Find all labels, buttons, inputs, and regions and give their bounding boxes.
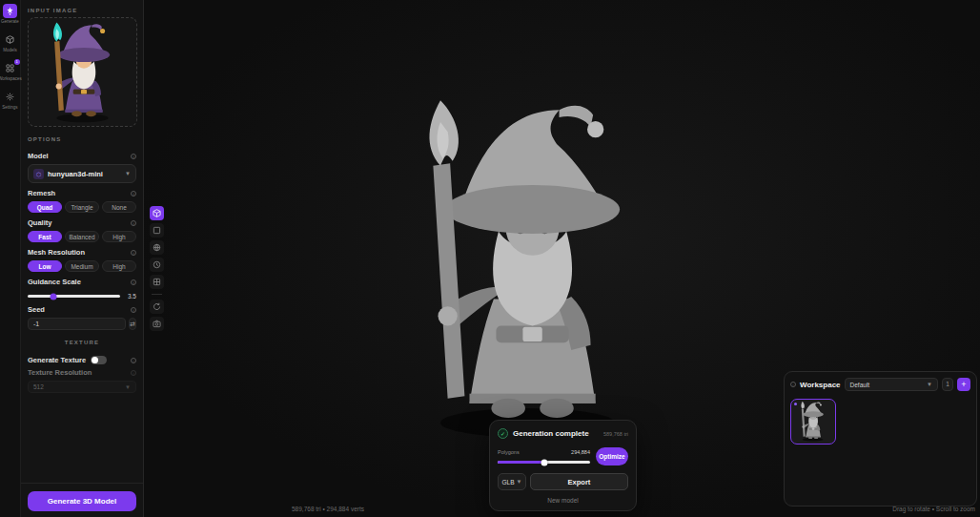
seed-label: Seed (28, 305, 45, 314)
toolbar-divider (152, 294, 162, 295)
polygons-slider-knob[interactable] (541, 459, 547, 465)
sidebar-item-settings[interactable]: Settings (1, 90, 20, 110)
info-icon[interactable]: i (131, 307, 136, 313)
info-icon[interactable]: i (131, 220, 136, 226)
cube-icon (3, 32, 17, 47)
polygons-slider[interactable] (498, 461, 590, 464)
info-icon[interactable]: i (790, 382, 796, 387)
info-icon[interactable]: i (131, 279, 136, 285)
chevron-down-icon: ▼ (125, 384, 131, 390)
model-label-row: Model i (28, 152, 136, 160)
polygon-label-row: Polygons 294,884 (498, 449, 590, 455)
mesh-resolution-option-high[interactable]: High (102, 260, 136, 272)
guidance-scale-label: Guidance Scale (28, 278, 81, 286)
info-icon[interactable]: i (131, 154, 136, 159)
workspace-title: Workspace (800, 381, 841, 389)
workspaces-badge: 1 (14, 59, 20, 65)
info-icon[interactable]: i (131, 358, 136, 363)
model-label: Model (28, 152, 49, 160)
generate-texture-row: Generate Texture i (28, 356, 136, 364)
seed-row: ⇄ (28, 318, 136, 330)
add-workspace-button[interactable]: + (957, 378, 970, 391)
workspace-header: i Workspace Default ▼ 1 + (790, 378, 970, 391)
sidebar-item-label: Generate (1, 19, 19, 24)
generate-texture-label: Generate Texture (28, 356, 86, 364)
export-button[interactable]: Export (530, 473, 628, 490)
model-thumbnail[interactable] (790, 399, 836, 445)
options-panel: INPUT IMAGE OPTIONS Model i ⬡ hunyuan3d-… (21, 0, 144, 517)
polygons-value: 294,884 (571, 449, 590, 455)
info-icon[interactable]: i (131, 250, 136, 256)
input-image-header: INPUT IMAGE (28, 8, 136, 13)
generate-3d-model-button[interactable]: Generate 3D Model (28, 491, 136, 511)
info-icon[interactable]: i (131, 191, 136, 196)
model-value: hunyuan3d-mini (48, 170, 103, 178)
mesh-resolution-label-row: Mesh Resolution i (28, 248, 136, 257)
sidebar-item-label: Workspaces (0, 76, 22, 81)
mesh-resolution-segment: Low Medium High (28, 260, 136, 272)
remesh-label-row: Remesh i (28, 189, 136, 197)
remesh-option-quad[interactable]: Quad (28, 201, 62, 213)
remesh-option-triangle[interactable]: Triangle (65, 201, 99, 213)
guidance-scale-slider[interactable] (28, 295, 120, 298)
optimize-button[interactable]: Optimize (596, 447, 628, 465)
format-value: GLB (502, 479, 515, 486)
polygon-slider-group: Polygons 294,884 (498, 449, 590, 464)
texture-resolution-label-row: Texture Resolution i (28, 368, 136, 377)
model-chip-icon: ⬡ (33, 169, 44, 179)
workspace-select[interactable]: Default ▼ (845, 378, 938, 391)
thumbnail-wizard-render (791, 400, 834, 443)
new-model-link[interactable]: New model (498, 497, 628, 504)
selected-dot-indicator (794, 403, 797, 405)
remesh-label: Remesh (28, 189, 55, 197)
screenshot-icon[interactable] (150, 317, 164, 331)
quality-option-fast[interactable]: Fast (28, 231, 62, 242)
quality-segment: Fast Balanced High (28, 231, 136, 242)
triangle-count: 589,768 tri (603, 431, 628, 437)
workspace-count-button[interactable]: 1 (942, 378, 953, 391)
generation-complete-panel: ✓ Generation complete 589,768 tri Polygo… (489, 420, 637, 511)
polygons-slider-fill (498, 461, 544, 464)
sidebar-item-generate[interactable]: Generate (1, 4, 20, 24)
remesh-option-none[interactable]: None (102, 201, 136, 213)
mesh-view-icon[interactable] (150, 206, 164, 220)
texture-resolution-value: 512 (33, 383, 44, 390)
check-circle-icon: ✓ (498, 428, 508, 439)
texture-resolution-select: 512 ▼ (28, 381, 136, 393)
sidebar-item-models[interactable]: Models (1, 32, 20, 52)
generate-texture-toggle[interactable] (91, 356, 107, 364)
polygons-label: Polygons (498, 449, 520, 455)
mesh-resolution-label: Mesh Resolution (28, 248, 85, 257)
randomize-seed-button[interactable]: ⇄ (129, 318, 136, 330)
generation-title: Generation complete (513, 429, 589, 438)
chevron-down-icon: ▼ (517, 479, 522, 485)
chevron-down-icon: ▼ (125, 171, 131, 176)
sidebar-item-workspaces[interactable]: 1 Workspaces (1, 61, 20, 81)
quality-option-balanced[interactable]: Balanced (65, 231, 99, 242)
model-select[interactable]: ⬡ hunyuan3d-mini ▼ (28, 164, 136, 183)
format-select[interactable]: GLB ▼ (498, 473, 526, 490)
flat-view-icon[interactable] (150, 223, 164, 238)
input-image-preview[interactable] (28, 17, 137, 127)
app-sidebar: Generate Models 1 Workspaces Settings (0, 0, 21, 517)
texture-grid-icon[interactable] (150, 275, 164, 289)
quality-label: Quality (28, 218, 51, 227)
quality-option-high[interactable]: High (102, 231, 136, 242)
panel-footer: Generate 3D Model (21, 483, 143, 517)
viewport-toolbar (150, 206, 164, 331)
mesh-resolution-option-low[interactable]: Low (28, 260, 62, 272)
generation-header: ✓ Generation complete 589,768 tri (498, 428, 628, 439)
reset-view-icon[interactable] (150, 300, 164, 314)
texture-resolution-group: Texture Resolution i 512 ▼ (28, 366, 136, 393)
turntable-icon[interactable] (150, 258, 164, 272)
gear-icon (3, 90, 17, 104)
texture-resolution-label: Texture Resolution (28, 368, 92, 377)
quality-label-row: Quality i (28, 218, 136, 227)
sparkle-gear-icon (3, 4, 17, 18)
guidance-scale-knob[interactable] (51, 293, 57, 300)
mesh-resolution-option-medium[interactable]: Medium (65, 260, 99, 272)
seed-input[interactable] (28, 318, 126, 330)
workspace-panel: i Workspace Default ▼ 1 + (784, 371, 977, 507)
options-header: OPTIONS (28, 136, 136, 142)
sphere-view-icon[interactable] (150, 240, 164, 255)
